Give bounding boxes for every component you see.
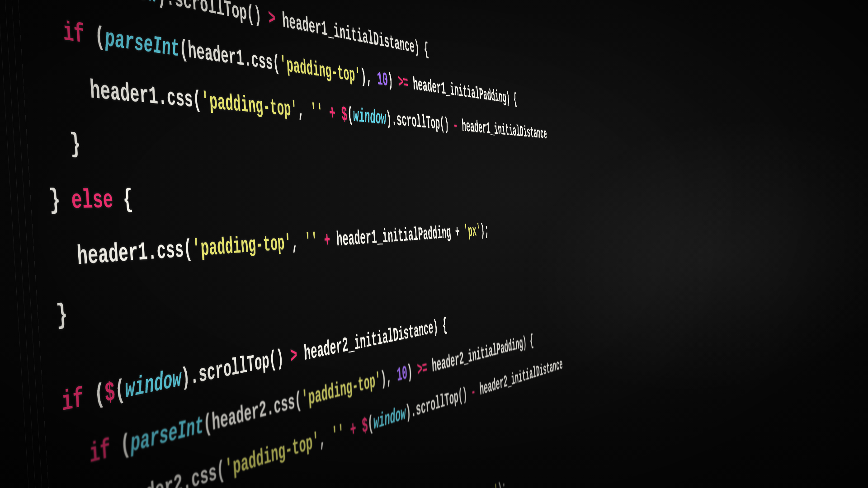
token-fn: window <box>352 105 387 129</box>
token-pn: ) { <box>522 332 534 352</box>
token-pn: ) <box>387 70 399 92</box>
token-pn: } <box>69 129 82 160</box>
token-pn: + <box>450 223 465 243</box>
token-id: css <box>250 48 274 75</box>
token-pn: ). <box>386 108 397 130</box>
token-str: 'padding-top' <box>200 88 298 122</box>
token-pn: ), <box>380 365 398 391</box>
token-pn: ). <box>405 400 417 424</box>
token-pn: () <box>246 1 269 30</box>
token-pn: ). <box>180 362 199 393</box>
token-pn: ) { <box>414 38 429 60</box>
token-str: 'padding-top' <box>224 429 320 483</box>
token-str: '' <box>310 100 324 124</box>
token-kw: if <box>61 384 85 419</box>
token-pn: ) { <box>505 89 518 108</box>
token-kw: if <box>89 435 111 470</box>
token-id: header1_initialDistance <box>282 9 415 57</box>
token-pn: { <box>112 186 133 215</box>
token-op: >= <box>397 72 409 94</box>
token-id: header2_initialDistance <box>303 318 434 366</box>
token-id: header1_initialPadding <box>412 74 507 107</box>
token-pn: () <box>458 383 472 407</box>
token-str: 'px' <box>463 222 481 242</box>
token-str: 'px' <box>481 482 499 488</box>
token-pn: ); <box>480 221 489 240</box>
token-id: css <box>156 237 184 266</box>
token-id: css <box>166 84 193 114</box>
token-kw: if <box>62 17 85 50</box>
token-fn: window <box>124 365 182 405</box>
token-pn: ( <box>109 430 132 465</box>
token-fn: window <box>373 403 406 435</box>
token-id: header2 <box>115 469 183 488</box>
token-pn: () <box>269 345 291 374</box>
token-id: scrollTop <box>396 110 441 134</box>
token-id: header1 <box>89 76 159 111</box>
token-id: css <box>190 460 217 488</box>
token-id: header1 <box>187 38 245 71</box>
token-num: 10 <box>396 362 408 386</box>
token-pn: ) <box>406 360 418 384</box>
token-fn: window <box>99 0 158 9</box>
token-pn: , <box>318 425 333 452</box>
token-str: 'padding-top' <box>301 369 381 413</box>
token-pn: , <box>291 230 306 255</box>
editor-photo-scene: header0_initialPadding + 'px'); if ($(wi… <box>0 0 868 488</box>
token-op: >= <box>417 358 428 381</box>
token-str: 'padding-top' <box>279 52 361 87</box>
token-pn: , <box>297 99 311 123</box>
token-str: '' <box>304 230 318 254</box>
token-id: header1 <box>76 239 148 272</box>
token-id: header2_initialPadding <box>431 334 524 377</box>
token-id: header2 <box>211 397 267 436</box>
token-pn: ( <box>83 380 106 414</box>
token-id: scrollTop <box>198 349 270 389</box>
token-pn: ); <box>497 478 506 488</box>
token-pn: } <box>48 186 72 216</box>
token-str: '' <box>331 421 345 448</box>
token-str: 'padding-top' <box>191 231 292 263</box>
token-pn: } <box>56 300 69 332</box>
token-pn: ), <box>360 66 378 90</box>
token-num: 10 <box>377 69 389 91</box>
token-pn: () <box>439 114 454 135</box>
token-kw: else <box>71 186 114 216</box>
token-pn: ( <box>84 21 106 53</box>
token-fn: parseInt <box>130 412 204 459</box>
code-editor-view: header0_initialPadding + 'px'); if ($(wi… <box>0 0 594 488</box>
token-id: header1_initialPadding <box>336 223 452 252</box>
token-id: scrollTop <box>174 0 247 26</box>
code-line: } else { <box>0 187 570 217</box>
token-fn: parseInt <box>104 24 180 63</box>
token-id: css <box>273 390 296 420</box>
token-pn: ) { <box>433 315 448 338</box>
token-id: scrollTop <box>415 387 459 421</box>
token-pn: ). <box>156 0 175 13</box>
token-id: header1_initialDistance <box>461 117 547 143</box>
